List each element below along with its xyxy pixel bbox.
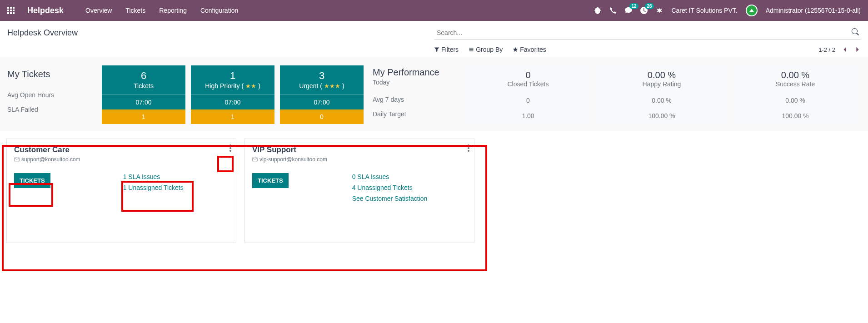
mail-icon bbox=[252, 157, 258, 162]
svg-rect-7 bbox=[10, 12, 12, 14]
svg-point-14 bbox=[468, 150, 469, 152]
card-title: VIP Support bbox=[252, 145, 467, 154]
company-name[interactable]: Caret IT Solutions PVT. bbox=[671, 7, 737, 14]
groupby-label: Group By bbox=[476, 46, 503, 53]
nav-reporting[interactable]: Reporting bbox=[159, 7, 187, 14]
closed-label: Closed Tickets bbox=[463, 80, 594, 88]
favorites-button[interactable]: Favorites bbox=[513, 46, 546, 53]
tickets-button[interactable]: TICKETS bbox=[14, 173, 50, 188]
perf-success: 0.00 % Success Rate 0.00 % 100.00 % bbox=[730, 65, 861, 124]
filter-icon bbox=[434, 47, 439, 52]
messages-badge: 12 bbox=[629, 3, 638, 9]
happy-label: Happy Rating bbox=[596, 80, 727, 88]
sla-issues-link[interactable]: 1 SLA Issues bbox=[123, 173, 184, 180]
page-title: Helpdesk Overview bbox=[7, 28, 78, 38]
search-input[interactable] bbox=[434, 26, 861, 40]
tickets-count: 6 bbox=[102, 70, 185, 82]
kanban-wrap: Customer Care support@konsultoo.com TICK… bbox=[3, 134, 865, 248]
svg-rect-2 bbox=[13, 7, 15, 9]
perf-happy: 0.00 % Happy Rating 0.00 % 100.00 % bbox=[596, 65, 727, 124]
svg-point-9 bbox=[229, 144, 231, 146]
svg-point-11 bbox=[229, 150, 231, 152]
phone-icon[interactable] bbox=[609, 7, 617, 14]
svg-rect-4 bbox=[10, 10, 12, 11]
high-label: High Priority bbox=[205, 82, 239, 89]
svg-rect-0 bbox=[7, 7, 9, 9]
success-avg: 0.00 % bbox=[730, 93, 861, 108]
kebab-menu-icon[interactable] bbox=[468, 144, 469, 154]
card-email: support@konsultoo.com bbox=[14, 156, 80, 163]
nav-configuration[interactable]: Configuration bbox=[200, 7, 238, 14]
urgent-count: 3 bbox=[280, 70, 364, 82]
search-icon[interactable] bbox=[852, 28, 859, 37]
ticket-stat-all[interactable]: 6 Tickets 07:00 1 bbox=[102, 65, 185, 124]
messages-icon[interactable]: 12 bbox=[625, 7, 632, 14]
card-title: Customer Care bbox=[14, 145, 229, 154]
tickets-sla: 1 bbox=[102, 109, 185, 124]
mail-icon bbox=[14, 157, 20, 162]
high-sla: 1 bbox=[191, 109, 274, 124]
brand-title[interactable]: Helpdesk bbox=[27, 6, 64, 15]
svg-point-12 bbox=[468, 144, 469, 146]
urgent-label: Urgent bbox=[299, 82, 318, 89]
unassigned-link[interactable]: 1 Unassigned Tickets bbox=[123, 184, 184, 191]
perf-closed: 0 Closed Tickets 0 1.00 bbox=[463, 65, 594, 124]
dashboard: My Tickets Avg Open Hours SLA Failed 6 T… bbox=[0, 58, 868, 131]
performance-title: My Performance bbox=[373, 65, 457, 79]
unassigned-link[interactable]: 4 Unassigned Tickets bbox=[352, 184, 428, 191]
team-card-customer-care[interactable]: Customer Care support@konsultoo.com TICK… bbox=[6, 139, 236, 243]
bug-icon[interactable] bbox=[594, 7, 601, 14]
pager-text: 1-2 / 2 bbox=[818, 46, 835, 53]
happy-target: 100.00 % bbox=[596, 109, 727, 123]
svg-point-13 bbox=[468, 147, 469, 149]
pager-prev-icon[interactable] bbox=[842, 46, 848, 53]
favorites-label: Favorites bbox=[520, 46, 546, 53]
activities-icon[interactable]: 26 bbox=[640, 7, 648, 14]
tickets-label: Tickets bbox=[134, 82, 154, 89]
svg-rect-6 bbox=[7, 12, 9, 14]
happy-big: 0.00 % bbox=[596, 70, 727, 80]
filters-label: Filters bbox=[441, 46, 459, 53]
success-target: 100.00 % bbox=[730, 109, 861, 123]
kebab-menu-icon[interactable] bbox=[229, 144, 231, 154]
ticket-stat-high[interactable]: 1 High Priority (★★) 07:00 1 bbox=[191, 65, 274, 124]
urgent-sla: 0 bbox=[280, 109, 364, 124]
today-label: Today bbox=[373, 79, 457, 86]
success-big: 0.00 % bbox=[730, 70, 861, 80]
control-panel: Helpdesk Overview Filters Group By Favor… bbox=[0, 21, 868, 58]
avg7-label: Avg 7 days bbox=[373, 92, 457, 107]
tickets-avg: 07:00 bbox=[102, 95, 185, 109]
list-icon bbox=[469, 47, 474, 52]
groupby-button[interactable]: Group By bbox=[469, 46, 503, 53]
satisfaction-link[interactable]: See Customer Satisfaction bbox=[352, 195, 428, 202]
tickets-button[interactable]: TICKETS bbox=[252, 173, 289, 188]
closed-target: 1.00 bbox=[463, 109, 594, 123]
filters-button[interactable]: Filters bbox=[434, 46, 459, 53]
success-label: Success Rate bbox=[730, 80, 861, 88]
ticket-stat-urgent[interactable]: 3 Urgent (★★★) 07:00 0 bbox=[280, 65, 364, 124]
high-avg: 07:00 bbox=[191, 95, 274, 109]
svg-rect-1 bbox=[10, 7, 12, 9]
avatar[interactable] bbox=[746, 5, 758, 16]
sla-failed-label: SLA Failed bbox=[7, 102, 96, 117]
user-name[interactable]: Administrator (12556701-15-0-all) bbox=[766, 7, 861, 14]
apps-icon[interactable] bbox=[7, 7, 15, 14]
closed-avg: 0 bbox=[463, 93, 594, 108]
settings-icon[interactable] bbox=[656, 7, 663, 14]
pager-next-icon[interactable] bbox=[854, 46, 861, 53]
navbar: Helpdesk Overview Tickets Reporting Conf… bbox=[0, 0, 868, 21]
nav-tickets[interactable]: Tickets bbox=[125, 7, 145, 14]
svg-rect-3 bbox=[7, 10, 9, 11]
svg-rect-5 bbox=[13, 10, 15, 11]
target-label: Daily Target bbox=[373, 107, 457, 121]
my-tickets-title: My Tickets bbox=[7, 65, 96, 88]
team-card-vip-support[interactable]: VIP Support vip-support@konsultoo.com TI… bbox=[244, 139, 474, 243]
sla-issues-link[interactable]: 0 SLA Issues bbox=[352, 173, 428, 180]
card-email: vip-support@konsultoo.com bbox=[252, 156, 327, 163]
svg-rect-8 bbox=[13, 12, 15, 14]
nav-overview[interactable]: Overview bbox=[85, 7, 112, 14]
urgent-avg: 07:00 bbox=[280, 95, 364, 109]
avg-open-label: Avg Open Hours bbox=[7, 88, 96, 102]
star-icon bbox=[513, 47, 518, 52]
closed-big: 0 bbox=[463, 70, 594, 80]
